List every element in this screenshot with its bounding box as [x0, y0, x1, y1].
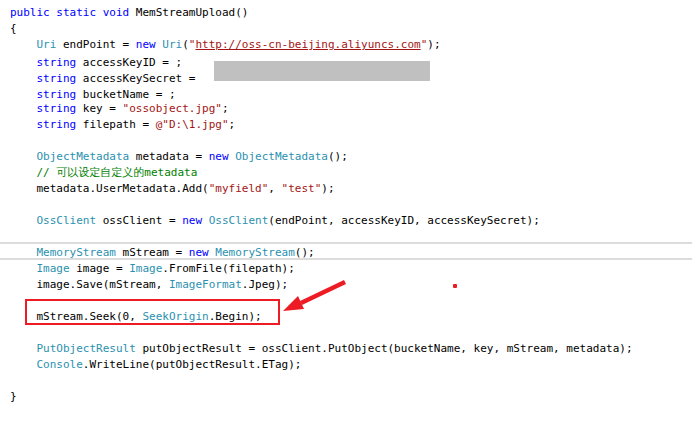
code-token — [10, 214, 37, 227]
code-token: ObjectMetadata — [235, 150, 328, 163]
code-token: OssClient — [37, 214, 97, 227]
code-token: accessKeySecret = — [76, 72, 202, 85]
code-token: Image — [129, 262, 162, 275]
code-token: ossClient = — [96, 214, 182, 227]
code-line[interactable] — [10, 325, 633, 341]
code-token: string — [37, 88, 77, 101]
code-token: Image — [37, 262, 70, 275]
code-token: "myfield" — [209, 182, 269, 195]
code-line[interactable] — [10, 373, 633, 389]
code-token — [10, 246, 37, 259]
code-token: MemoryStream — [37, 246, 116, 259]
code-token: .Jpeg); — [242, 278, 288, 291]
code-token: PutObjectResult — [37, 342, 136, 355]
code-token — [10, 38, 37, 51]
code-token: @"D:\1.jpg" — [156, 118, 229, 131]
code-line[interactable]: ObjectMetadata metadata = new ObjectMeta… — [10, 149, 633, 165]
code-line[interactable]: MemoryStream mStream = new MemoryStream(… — [10, 245, 633, 261]
code-line[interactable]: PutObjectResult putObjectResult = ossCli… — [10, 341, 633, 357]
code-token: ImageFormat — [169, 278, 242, 291]
code-token: mStream = — [116, 246, 189, 259]
code-token — [10, 342, 37, 355]
code-token: string — [37, 72, 77, 85]
code-line[interactable]: Console.WriteLine(putObjectResult.ETag); — [10, 357, 633, 373]
code-line[interactable]: { — [10, 21, 633, 37]
code-token: http://oss-cn-beijing.aliyuncs.com — [195, 38, 420, 51]
code-line[interactable]: } — [10, 389, 633, 405]
code-line[interactable]: public static void MemStreamUpload() — [10, 5, 633, 21]
code-token: ; — [176, 56, 183, 69]
code-token — [10, 166, 37, 179]
code-token: metadata.UserMetadata.Add( — [10, 182, 209, 195]
redaction-box-secret — [214, 61, 430, 81]
code-line[interactable]: image.Save(mStream, ImageFormat.Jpeg); — [10, 277, 633, 293]
code-line[interactable]: string bucketName = ; — [10, 85, 633, 101]
code-token: string — [37, 102, 77, 115]
code-line[interactable]: Uri endPoint = new Uri("http://oss-cn-be… — [10, 37, 633, 53]
code-line[interactable]: // 可以设定自定义的metadata — [10, 165, 633, 181]
code-token: new — [182, 214, 202, 227]
code-token: (endPoint, accessKeyID, accessKeySecret)… — [268, 214, 540, 227]
code-line[interactable] — [10, 197, 633, 213]
code-token — [202, 214, 209, 227]
code-token: ); — [321, 182, 334, 195]
code-token: endPoint = — [56, 38, 135, 51]
code-token — [10, 262, 37, 275]
code-token: image.Save(mStream, — [10, 278, 169, 291]
code-token — [10, 102, 37, 115]
code-token: MemStreamUpload() — [129, 6, 248, 19]
code-token: "test" — [282, 182, 322, 195]
code-token: // 可以设定自定义的metadata — [37, 166, 198, 179]
code-token: image = — [70, 262, 130, 275]
code-token: putObjectResult = ossClient.PutObject(bu… — [136, 342, 633, 355]
code-token: ; — [229, 118, 236, 131]
red-highlight-box — [25, 299, 280, 325]
code-token: ; — [222, 102, 229, 115]
code-token: ( — [182, 38, 189, 51]
code-token: Uri — [37, 38, 57, 51]
code-line[interactable]: Image image = Image.FromFile(filepath); — [10, 261, 633, 277]
code-token: , — [268, 182, 281, 195]
code-token — [10, 88, 37, 101]
code-editor-viewport[interactable]: public static void MemStreamUpload(){ Ur… — [0, 0, 692, 423]
code-token: bucketName = — [76, 88, 169, 101]
code-token — [10, 118, 37, 131]
code-line[interactable] — [10, 229, 633, 245]
code-token: new — [136, 38, 156, 51]
code-token: } — [10, 390, 17, 403]
code-token — [10, 358, 37, 371]
code-token: new — [189, 246, 209, 259]
code-token: filepath = — [76, 118, 155, 131]
code-line[interactable] — [10, 133, 633, 149]
code-token: .FromFile(filepath); — [162, 262, 294, 275]
code-token: string — [37, 56, 77, 69]
code-token: ); — [427, 38, 440, 51]
code-token: (); — [328, 150, 348, 163]
code-line[interactable]: metadata.UserMetadata.Add("myfield", "te… — [10, 181, 633, 197]
code-token: metadata = — [129, 150, 208, 163]
code-token: { — [10, 22, 17, 35]
code-token: MemoryStream — [215, 246, 294, 259]
code-line[interactable]: OssClient ossClient = new OssClient(endP… — [10, 213, 633, 229]
code-token: .WriteLine(putObjectResult.ETag); — [83, 358, 302, 371]
code-token: Uri — [162, 38, 182, 51]
code-token: new — [209, 150, 229, 163]
code-token: "ossobject.jpg" — [123, 102, 222, 115]
code-token — [10, 150, 37, 163]
code-line[interactable]: string filepath = @"D:\1.jpg"; — [10, 117, 633, 133]
code-token: key = — [76, 102, 122, 115]
code-token: public static void — [10, 6, 129, 19]
code-token — [10, 56, 37, 69]
code-token: ; — [169, 88, 176, 101]
code-token — [10, 72, 37, 85]
code-token: ObjectMetadata — [37, 150, 130, 163]
red-dot-marker — [453, 284, 457, 288]
code-token: string — [37, 118, 77, 131]
code-line[interactable]: string key = "ossobject.jpg"; — [10, 101, 633, 117]
code-token: OssClient — [209, 214, 269, 227]
code-token: accessKeyID = — [76, 56, 175, 69]
code-token: Console — [37, 358, 83, 371]
code-token: (); — [295, 246, 315, 259]
